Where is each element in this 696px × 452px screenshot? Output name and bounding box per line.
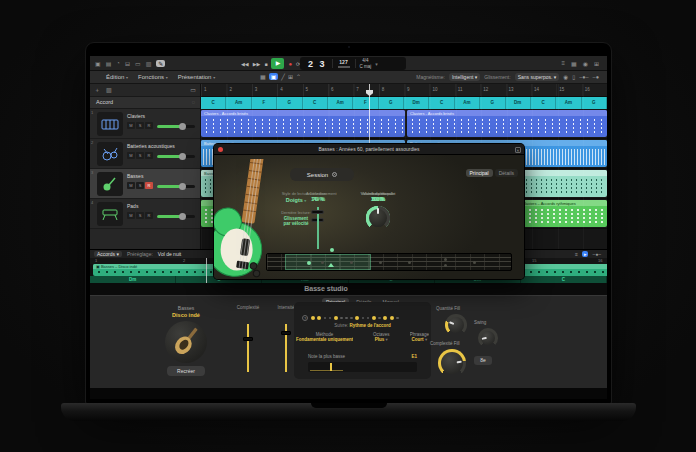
grid-view-icon[interactable]: ▦ xyxy=(260,73,266,80)
note-pads-icon[interactable]: ▦ xyxy=(571,60,577,67)
editor-zoom-slider[interactable]: –●– xyxy=(592,251,601,257)
header-options-icon[interactable]: ▭ xyxy=(190,86,196,93)
solo-button[interactable]: S xyxy=(136,182,144,189)
v-zoom-slider[interactable]: –● xyxy=(593,74,599,80)
mute-button[interactable]: M xyxy=(127,122,135,129)
pattern-dot[interactable] xyxy=(350,317,353,320)
track-header-pads[interactable]: 4 Pads M S R xyxy=(90,199,200,229)
pattern-dot[interactable] xyxy=(372,316,376,320)
pattern-dot[interactable] xyxy=(367,317,370,320)
volume-slider[interactable] xyxy=(157,125,195,128)
solo-button[interactable]: S xyxy=(136,122,144,129)
fill-complexity-knob[interactable] xyxy=(438,349,466,377)
mute-button[interactable]: M xyxy=(127,182,135,189)
chord-cell[interactable]: C xyxy=(429,97,454,109)
chord-cell[interactable]: Dm xyxy=(404,97,429,109)
chord-cell[interactable]: F xyxy=(353,97,378,109)
chord-cell[interactable]: Am xyxy=(556,97,581,109)
close-traffic-light[interactable] xyxy=(218,147,223,152)
plugin-tab-principal[interactable]: Principal xyxy=(466,169,493,177)
pattern-dot[interactable] xyxy=(383,316,387,320)
add-track-button[interactable]: ＋ xyxy=(94,86,100,95)
volume-slider[interactable] xyxy=(157,185,195,188)
autozoom-icon[interactable]: ▯ xyxy=(572,74,575,80)
param-dropdown[interactable]: Phrasage Court ▾ xyxy=(410,332,429,342)
settings-icon[interactable]: ⊞ xyxy=(594,60,599,67)
h-zoom-slider[interactable]: –●– xyxy=(579,74,588,80)
chord-cell[interactable]: F xyxy=(252,97,277,109)
pattern-dot[interactable] xyxy=(396,317,399,320)
record-enable-button[interactable]: R xyxy=(145,212,153,219)
library-icon[interactable]: ▣ xyxy=(95,60,101,67)
chord-cell[interactable]: G xyxy=(582,97,607,109)
catch-playhead-icon[interactable]: ◉ xyxy=(563,74,568,80)
chords-tab[interactable]: Accords ▾ xyxy=(94,251,122,257)
help-icon[interactable]: ? xyxy=(302,315,308,321)
quickhelp-icon[interactable]: ◔ xyxy=(116,60,120,67)
midi-region[interactable]: Claviers - Accords brisés xyxy=(201,110,405,137)
style-value[interactable]: Disco indé xyxy=(156,312,216,318)
param-dropdown[interactable]: Méthode Fondamentale uniquement ▾ xyxy=(296,332,353,342)
forward-button[interactable]: ▶▶ xyxy=(253,61,261,67)
recreate-button[interactable]: Recréer xyxy=(167,366,205,376)
pattern-dot[interactable] xyxy=(390,316,394,320)
list-editors-icon[interactable]: ≡ xyxy=(562,60,566,67)
volume-slider[interactable] xyxy=(157,215,195,218)
mixer-icon[interactable]: ▥ xyxy=(146,60,152,67)
menu-fonctions[interactable]: Fonctions ▾ xyxy=(138,74,168,80)
lowest-note-slider[interactable] xyxy=(308,362,417,372)
editor-list-icon[interactable]: ≡ xyxy=(575,251,578,257)
inspector-icon[interactable]: ▤ xyxy=(106,60,112,67)
pattern-dot[interactable] xyxy=(378,317,381,320)
gear-icon[interactable] xyxy=(332,172,337,177)
mute-button[interactable]: M xyxy=(127,152,135,159)
pattern-dot[interactable] xyxy=(355,316,359,320)
track-header-batteries[interactable]: 2 Batteries acoustiques M S R xyxy=(90,139,200,169)
plugin-knob[interactable]: Volume principal 0 dB xyxy=(360,191,396,202)
stop-button[interactable]: ■ xyxy=(264,61,267,67)
menu-presentation[interactable]: Présentation ▾ xyxy=(178,74,215,80)
track-header-claviers[interactable]: 1 Claviers M S R xyxy=(90,109,200,139)
chord-cell[interactable]: C xyxy=(303,97,328,109)
chord-cell[interactable]: Am xyxy=(226,97,251,109)
chord-lane-menu-icon[interactable]: ◌ xyxy=(192,99,195,105)
midi-region[interactable]: Claviers - Accords brisés xyxy=(407,110,607,137)
chord-cell[interactable]: Dm xyxy=(90,276,176,283)
toolbar-icon[interactable]: ⊟ xyxy=(125,60,130,67)
record-enable-button[interactable]: R xyxy=(145,122,153,129)
bar-ruler[interactable]: 12345678910111213141516 xyxy=(201,84,607,97)
lcd-display[interactable]: 2 3 127 4/4 C maj ▾ xyxy=(300,57,406,70)
smart-controls-icon[interactable]: ▭ xyxy=(135,60,141,67)
pattern-dot[interactable] xyxy=(329,317,332,320)
pattern-dot[interactable] xyxy=(334,316,338,320)
pattern-dot[interactable] xyxy=(317,316,321,320)
eighth-note-button[interactable]: 8e xyxy=(474,356,492,365)
record-enable-button[interactable]: R xyxy=(145,152,153,159)
solo-button[interactable]: S xyxy=(136,212,144,219)
rewind-button[interactable]: ◀◀ xyxy=(241,61,249,67)
volume-slider[interactable] xyxy=(157,155,195,158)
plugin-tab-details[interactable]: Détails xyxy=(495,169,518,177)
chord-cell[interactable]: C xyxy=(521,276,607,283)
plugin-slider[interactable]: Définition 149 % xyxy=(306,191,330,202)
param-dropdown[interactable]: Octaves Plus ▾ xyxy=(353,332,410,342)
fill-amount-knob[interactable] xyxy=(445,314,467,336)
chord-lane-header[interactable]: Accord ◌ xyxy=(90,97,200,109)
fretboard[interactable] xyxy=(266,253,512,271)
upload-icon[interactable]: ⌃ xyxy=(296,73,301,80)
pattern-dot[interactable] xyxy=(340,317,343,320)
solo-button[interactable]: S xyxy=(136,152,144,159)
editor-playhead[interactable] xyxy=(206,258,207,283)
record-enable-button[interactable]: R xyxy=(145,182,153,189)
swing-knob[interactable] xyxy=(478,328,498,348)
chord-cell[interactable]: G xyxy=(379,97,404,109)
plugin-title-bar[interactable]: Basses : Années 60, partiellement assour… xyxy=(214,144,524,155)
record-button[interactable]: ● xyxy=(288,61,292,67)
chevron-down-icon[interactable]: ▾ xyxy=(375,61,382,67)
complexity-slider[interactable]: Complexité xyxy=(228,305,268,310)
mute-button[interactable]: M xyxy=(127,212,135,219)
pattern-dot[interactable] xyxy=(362,317,365,320)
chord-cell[interactable]: Am xyxy=(328,97,353,109)
preset-value[interactable]: Vol de nuit xyxy=(158,251,181,257)
chord-cell[interactable]: Am xyxy=(455,97,480,109)
